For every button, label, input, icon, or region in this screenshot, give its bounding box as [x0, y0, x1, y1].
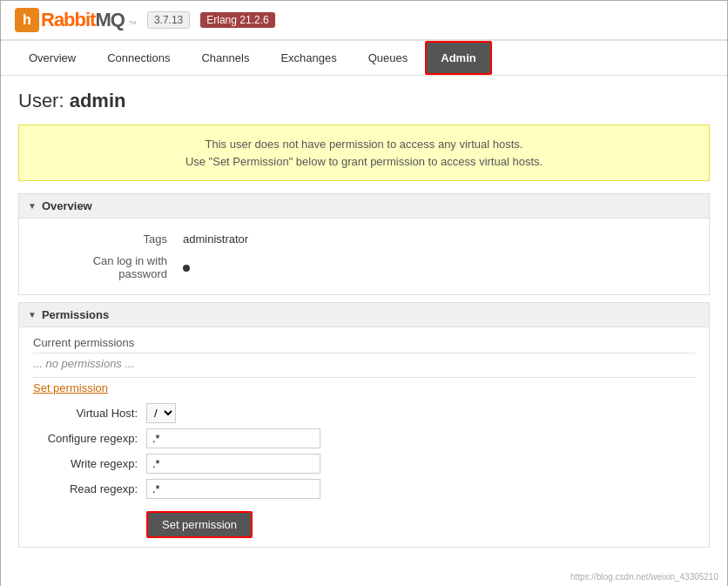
permissions-section: ▼ Permissions Current permissions ... no… — [18, 302, 710, 548]
current-permissions-label: Current permissions — [33, 336, 695, 349]
logo-sub: ™ — [128, 19, 137, 29]
configure-regexp-input[interactable] — [146, 428, 320, 448]
nav-queues[interactable]: Queues — [354, 43, 422, 73]
set-permission-button-wrapper: Set permission — [33, 504, 695, 538]
overview-section-body: Tags administrator Can log in with passw… — [18, 219, 710, 295]
tags-label: Tags — [35, 229, 174, 249]
configure-regexp-label: Configure regexp: — [33, 432, 146, 445]
logo-icon: h — [15, 8, 39, 32]
overview-section-title: Overview — [42, 199, 92, 212]
tags-value: administrator — [176, 229, 693, 249]
nav-overview[interactable]: Overview — [15, 43, 90, 73]
warning-line1: This user does not have permission to ac… — [37, 136, 691, 153]
divider1 — [33, 353, 695, 354]
write-regexp-row: Write regexp: — [33, 454, 695, 474]
virtual-host-label: Virtual Host: — [33, 407, 146, 420]
no-permissions-text: ... no permissions ... — [33, 357, 695, 370]
read-regexp-row: Read regexp: — [33, 479, 695, 499]
logo-text: RabbitMQ — [41, 9, 125, 31]
configure-regexp-row: Configure regexp: — [33, 428, 695, 448]
logo: h RabbitMQ ™ — [15, 8, 137, 32]
overview-section: ▼ Overview Tags administrator Can log in… — [18, 193, 710, 295]
nav-exchanges[interactable]: Exchanges — [266, 43, 350, 73]
write-regexp-label: Write regexp: — [33, 457, 146, 470]
nav-channels[interactable]: Channels — [187, 43, 263, 73]
app-header: h RabbitMQ ™ 3.7.13 Erlang 21.2.6 — [1, 1, 727, 41]
permissions-section-title: Permissions — [42, 308, 109, 321]
page-title: User: admin — [18, 90, 710, 112]
overview-table: Tags administrator Can log in with passw… — [33, 227, 695, 286]
permissions-section-body: Current permissions ... no permissions .… — [18, 327, 710, 548]
footer-url: https://blog.csdn.net/weixin_43305210 — [1, 569, 727, 586]
read-regexp-input[interactable] — [146, 479, 320, 499]
write-regexp-input[interactable] — [146, 454, 320, 474]
overview-section-header[interactable]: ▼ Overview — [18, 193, 710, 219]
login-value — [176, 251, 693, 284]
set-permission-title[interactable]: Set permission — [33, 381, 695, 394]
virtual-host-select[interactable]: / — [146, 403, 176, 423]
warning-banner: This user does not have permission to ac… — [18, 125, 710, 181]
permissions-section-header[interactable]: ▼ Permissions — [18, 302, 710, 327]
tags-row: Tags administrator — [35, 229, 693, 249]
erlang-badge: Erlang 21.2.6 — [200, 12, 274, 28]
warning-line2: Use "Set Permission" below to grant perm… — [37, 153, 691, 171]
nav-admin[interactable]: Admin — [425, 41, 491, 75]
login-label: Can log in with password — [35, 251, 174, 284]
overview-arrow-icon: ▼ — [28, 201, 37, 211]
main-nav: Overview Connections Channels Exchanges … — [1, 41, 727, 76]
divider2 — [33, 377, 695, 378]
nav-connections[interactable]: Connections — [93, 43, 184, 73]
version-badge: 3.7.13 — [147, 11, 190, 29]
permissions-arrow-icon: ▼ — [28, 310, 37, 320]
login-dot — [183, 265, 190, 272]
login-row: Can log in with password — [35, 251, 693, 284]
page-content: User: admin This user does not have perm… — [1, 76, 727, 569]
virtual-host-row: Virtual Host: / — [33, 403, 695, 423]
set-permission-button[interactable]: Set permission — [146, 511, 253, 538]
read-regexp-label: Read regexp: — [33, 482, 146, 495]
